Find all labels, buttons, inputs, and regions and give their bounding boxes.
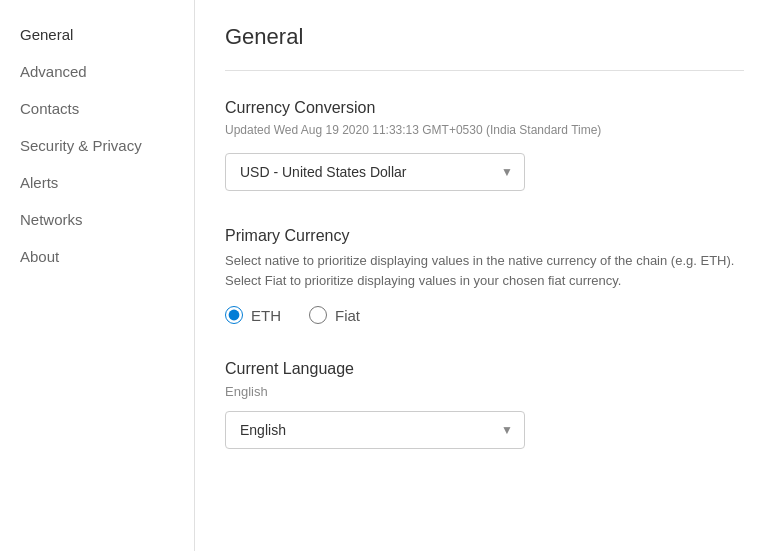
primary-currency-title: Primary Currency bbox=[225, 227, 744, 245]
current-language-section: Current Language English English Español… bbox=[225, 360, 744, 449]
sidebar-item-security-privacy[interactable]: Security & Privacy bbox=[0, 127, 194, 164]
primary-currency-radio-group: ETH Fiat bbox=[225, 306, 744, 324]
language-select-wrapper: English Español Français Deutsch Italian… bbox=[225, 411, 525, 449]
divider bbox=[225, 70, 744, 71]
current-language-value: English bbox=[225, 384, 744, 399]
radio-eth-text: ETH bbox=[251, 307, 281, 324]
currency-select[interactable]: USD - United States Dollar EUR - Euro GB… bbox=[225, 153, 525, 191]
current-language-title: Current Language bbox=[225, 360, 744, 378]
page-title: General bbox=[225, 24, 744, 50]
radio-fiat-label[interactable]: Fiat bbox=[309, 306, 360, 324]
radio-eth[interactable] bbox=[225, 306, 243, 324]
sidebar-item-advanced[interactable]: Advanced bbox=[0, 53, 194, 90]
main-content: General Currency Conversion Updated Wed … bbox=[195, 0, 774, 551]
sidebar-item-contacts[interactable]: Contacts bbox=[0, 90, 194, 127]
radio-fiat[interactable] bbox=[309, 306, 327, 324]
language-select[interactable]: English Español Français Deutsch Italian… bbox=[225, 411, 525, 449]
currency-select-wrapper: USD - United States Dollar EUR - Euro GB… bbox=[225, 153, 525, 191]
radio-fiat-text: Fiat bbox=[335, 307, 360, 324]
currency-conversion-title: Currency Conversion bbox=[225, 99, 744, 117]
sidebar-item-about[interactable]: About bbox=[0, 238, 194, 275]
currency-conversion-section: Currency Conversion Updated Wed Aug 19 2… bbox=[225, 99, 744, 191]
currency-conversion-subtitle: Updated Wed Aug 19 2020 11:33:13 GMT+053… bbox=[225, 123, 744, 137]
sidebar-item-general[interactable]: General bbox=[0, 16, 194, 53]
sidebar: General Advanced Contacts Security & Pri… bbox=[0, 0, 195, 551]
primary-currency-description: Select native to prioritize displaying v… bbox=[225, 251, 744, 290]
primary-currency-section: Primary Currency Select native to priori… bbox=[225, 227, 744, 324]
sidebar-item-networks[interactable]: Networks bbox=[0, 201, 194, 238]
radio-eth-label[interactable]: ETH bbox=[225, 306, 281, 324]
sidebar-item-alerts[interactable]: Alerts bbox=[0, 164, 194, 201]
